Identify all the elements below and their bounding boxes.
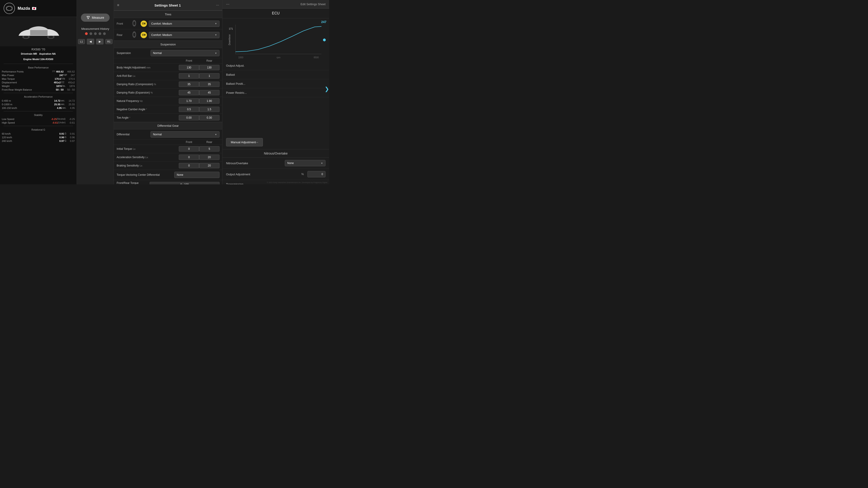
- tires-section-header: Tires: [114, 11, 222, 18]
- front-header-label: Front: [179, 59, 199, 62]
- antiroll-front[interactable]: 1: [179, 73, 199, 78]
- accel-sens-front[interactable]: 0: [179, 155, 199, 160]
- ballast-position-item[interactable]: Ballast Positi...: [222, 79, 329, 88]
- a100-150-value: 4.95: [57, 107, 62, 109]
- body-height-rear[interactable]: 130: [199, 65, 219, 70]
- damping-comp-front[interactable]: 35: [179, 82, 199, 87]
- measure-button[interactable]: Measure: [81, 13, 110, 22]
- accel-sens-rear[interactable]: 20: [199, 155, 219, 160]
- ballast-item[interactable]: Ballast: [222, 70, 329, 79]
- rpm-labels: 1000 rpm 8500: [231, 56, 326, 59]
- toe-row: Toe Angle ° 0.00 0.30: [114, 113, 222, 122]
- a0-1000-value: 25.55: [54, 103, 61, 106]
- svg-point-6: [49, 36, 53, 38]
- camber-front[interactable]: 0.5: [179, 107, 199, 112]
- body-height-row: Body Height Adjustment mm 130 130: [114, 64, 222, 72]
- brand-name: Mazda: [18, 6, 30, 11]
- drivetrain-label: Drivetrain: [21, 53, 32, 55]
- nat-freq-label: Natural Frequency Hz: [117, 99, 179, 103]
- output-adjust-item[interactable]: Output Adjust.: [222, 61, 329, 70]
- next-button[interactable]: ▶: [96, 39, 103, 44]
- suspension-dropdown[interactable]: Normal ▼: [151, 50, 219, 56]
- manual-adj-spacer: Manual Adjustment ···: [222, 138, 329, 147]
- suspension-value: Normal: [153, 52, 162, 55]
- torque-vectoring-dropdown[interactable]: None: [174, 172, 219, 178]
- settings-menu-button[interactable]: ≡: [116, 2, 120, 8]
- v120-label: 120 km/h: [2, 136, 59, 139]
- differential-dropdown[interactable]: Normal ▼: [151, 131, 219, 138]
- ballast-position-label: Ballast Positi...: [226, 82, 245, 86]
- settings-more-button[interactable]: ···: [215, 2, 220, 8]
- power-restriction-item[interactable]: Power Restric...: [222, 88, 329, 97]
- damping-comp-label: Damping Ratio (Compression) %: [117, 83, 179, 86]
- toe-front[interactable]: 0.00: [179, 115, 199, 121]
- nitrous-value: None: [287, 162, 294, 165]
- nav-controls: L1 ◀ ▶ R1: [78, 39, 112, 44]
- camber-label: Negative Camber Angle °: [117, 108, 179, 111]
- manual-adjustment-button[interactable]: Manual Adjustment ···: [226, 138, 263, 147]
- pp-label: Performance Points: [2, 70, 52, 73]
- nitrous-output-label: Output Adjustment: [226, 173, 300, 176]
- nat-freq-rear[interactable]: 1.90: [199, 98, 219, 104]
- svg-point-11: [133, 33, 135, 37]
- a100-150-label: 100-150 km/h: [2, 107, 57, 109]
- power-value: 247: [59, 74, 63, 76]
- nitrous-output-value[interactable]: 0: [307, 171, 326, 177]
- suspension-section-header: Suspension: [114, 41, 222, 48]
- front-tire-icon: [130, 20, 139, 27]
- displacement-second: 491x2: [68, 81, 75, 84]
- balance-second: 50 : 50: [67, 88, 75, 91]
- body-height-front[interactable]: 130: [179, 65, 199, 70]
- car-illustration: [13, 20, 63, 43]
- car-image: [0, 17, 76, 46]
- initial-torque-rear[interactable]: 5: [199, 146, 219, 152]
- triangle-icon: [86, 16, 90, 20]
- damping-comp-rear[interactable]: 35: [199, 82, 219, 87]
- toe-rear[interactable]: 0.30: [199, 115, 219, 121]
- braking-sens-rear[interactable]: 20: [199, 163, 219, 168]
- a0-1000-row: 0-1000 m 25.55 sec. 25.55: [0, 103, 76, 106]
- l1-button[interactable]: L1: [78, 39, 85, 44]
- torque-second: 170.6: [68, 77, 75, 80]
- a0-400-value: 14.72: [54, 99, 61, 102]
- pp-row: Performance Points PP 466.62 466.62: [0, 70, 76, 73]
- header-dots-button[interactable]: ···: [226, 2, 229, 6]
- dot-1: [85, 32, 88, 35]
- power-restriction-label: Power Restric...: [226, 91, 247, 94]
- front-rear-dist-value[interactable]: 0 : 100: [150, 182, 219, 184]
- damping-exp-front[interactable]: 45: [179, 90, 199, 95]
- camber-rear[interactable]: 1.5: [199, 107, 219, 112]
- graph-downforce-label: Downforce: [228, 34, 231, 45]
- weight-row: Weight 1874 lbs. 1874: [0, 84, 76, 88]
- divider-3: [4, 111, 73, 111]
- history-dots: [85, 32, 106, 35]
- svg-point-4: [24, 36, 28, 38]
- nitrous-output-unit: %: [301, 173, 304, 176]
- low-speed-value: -0.25: [51, 118, 57, 121]
- high-speed-value: -0.61: [52, 121, 58, 124]
- nitrous-dropdown[interactable]: None ▼: [285, 160, 326, 166]
- weight-second: 1874: [69, 85, 75, 88]
- ecu-section-title: ECU: [222, 8, 329, 18]
- front-tire-row: Front CM Comfort: Medium ▼: [114, 18, 222, 29]
- rotational-g-title: Rotational G: [0, 127, 76, 132]
- high-speed-note: (Under): [58, 121, 66, 124]
- chevron-right-icon[interactable]: ❯: [324, 86, 329, 92]
- r1-button[interactable]: R1: [105, 39, 113, 44]
- damping-exp-rear[interactable]: 45: [199, 90, 219, 95]
- rear-tire-dropdown[interactable]: Comfort: Medium ▼: [149, 32, 219, 38]
- power-row: Max Power 247 HP 247: [0, 73, 76, 77]
- measure-panel: Measure Measurement History L1 ◀ ▶ R1: [77, 0, 114, 184]
- antiroll-rear[interactable]: 1: [199, 73, 219, 78]
- nat-freq-front[interactable]: 1.70: [179, 98, 199, 104]
- front-tire-badge: CM: [141, 21, 147, 27]
- v120-unit: G: [65, 136, 66, 139]
- settings-sheet-title: Settings Sheet 1: [120, 3, 215, 7]
- displacement-value: 491x2: [54, 81, 61, 84]
- front-tire-dropdown[interactable]: Comfort: Medium ▼: [149, 21, 219, 27]
- braking-sens-front[interactable]: 0: [179, 163, 199, 168]
- engine-label: Engine Model: [23, 58, 39, 61]
- a0-1000-unit: sec.: [61, 103, 65, 106]
- initial-torque-front[interactable]: 0: [179, 146, 199, 152]
- prev-button[interactable]: ◀: [87, 39, 94, 44]
